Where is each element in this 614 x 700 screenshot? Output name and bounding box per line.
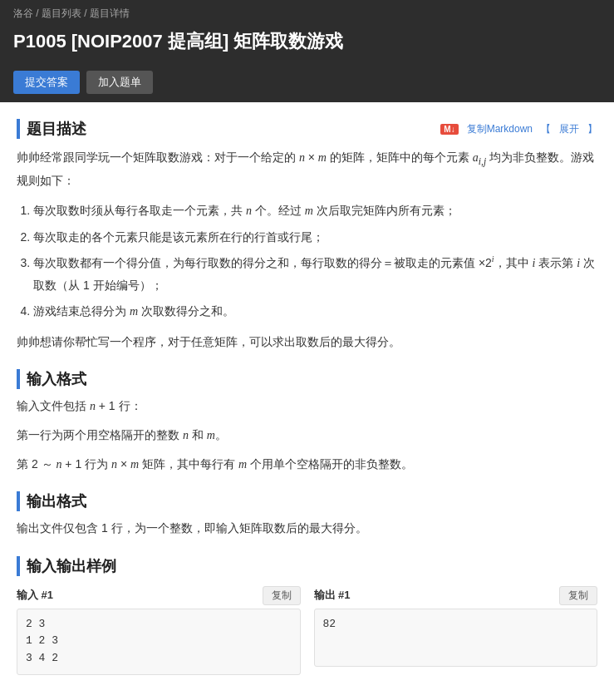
input-block: 输入 #1 复制 2 31 2 33 4 2 [17,586,301,675]
breadcrumb-home[interactable]: 洛谷 [13,7,33,19]
input-line2: 第一行为两个用空格隔开的整数 n 和 m。 [17,425,597,446]
rule-item-1: 每次取数时须从每行各取走一个元素，共 n 个。经过 m 次后取完矩阵内所有元素； [33,200,597,223]
io-examples-title: 输入输出样例 [17,556,597,576]
markdown-badge: M↓ [440,124,458,135]
output-format-section: 输出格式 [17,491,597,511]
input-format-section: 输入格式 [17,369,597,389]
copy-markdown-link[interactable]: 复制Markdown [467,122,533,136]
bracket-close-icon: 】 [587,122,597,136]
add-to-list-button[interactable]: 加入题单 [86,71,153,94]
action-bar: 提交答案 加入题单 [13,64,601,102]
output-block-header: 输出 #1 复制 [314,586,598,605]
output-content: 82 [314,609,598,667]
input-label: 输入 #1 [17,588,53,603]
breadcrumb-problems[interactable]: 题目列表 [42,7,81,19]
input-format-title: 输入格式 [17,369,597,389]
input-block-header: 输入 #1 复制 [17,586,301,605]
description-intro: 帅帅经常跟同学玩一个矩阵取数游戏：对于一个给定的 n × m 的矩阵，矩阵中的每… [17,147,597,191]
description-title: 题目描述 [17,119,86,139]
copy-output-button[interactable]: 复制 [559,586,597,605]
description-actions: M↓ 复制Markdown 【 展开 】 [440,122,597,136]
rules-list: 每次取数时须从每行各取走一个元素，共 n 个。经过 m 次后取完矩阵内所有元素；… [33,200,597,323]
expand-link[interactable]: 展开 [559,122,579,136]
input-content: 2 31 2 33 4 2 [17,609,301,675]
breadcrumb: 洛谷 / 题目列表 / 题目详情 [13,7,601,21]
io-examples-section: 输入输出样例 输入 #1 复制 2 31 2 33 4 2 输出 #1 复制 8… [17,556,597,675]
io-row: 输入 #1 复制 2 31 2 33 4 2 输出 #1 复制 82 [17,586,597,675]
rule-item-3: 每次取数都有一个得分值，为每行取数的得分之和，每行取数的得分＝被取走的元素值 ×… [33,251,597,297]
page-title: P1005 [NOIP2007 提高组] 矩阵取数游戏 [13,26,601,64]
output-label: 输出 #1 [314,588,351,603]
main-content: 题目描述 M↓ 复制Markdown 【 展开 】 帅帅经常跟同学玩一个矩阵取数… [0,102,614,700]
output-block: 输出 #1 复制 82 [314,586,598,675]
output-line1: 输出文件仅包含 1 行，为一个整数，即输入矩阵取数后的最大得分。 [17,518,597,539]
description-section-header: 题目描述 M↓ 复制Markdown 【 展开 】 [17,119,597,139]
breadcrumb-current: 题目详情 [90,7,130,19]
input-line1: 输入文件包括 n + 1 行： [17,396,597,417]
rule-item-2: 每次取走的各个元素只能是该元素所在行的行首或行尾； [33,226,597,249]
copy-input-button[interactable]: 复制 [263,586,301,605]
description-outro: 帅帅想请你帮忙写一个程序，对于任意矩阵，可以求出取数后的最大得分。 [17,332,597,352]
rule-item-4: 游戏结束总得分为 m 次取数得分之和。 [33,300,597,323]
output-format-title: 输出格式 [17,491,597,511]
bracket-icon: 【 [541,122,551,136]
submit-button[interactable]: 提交答案 [13,71,80,94]
input-line3: 第 2 ～ n + 1 行为 n × m 矩阵，其中每行有 m 个用单个空格隔开… [17,454,597,475]
header: 洛谷 / 题目列表 / 题目详情 P1005 [NOIP2007 提高组] 矩阵… [0,0,614,102]
